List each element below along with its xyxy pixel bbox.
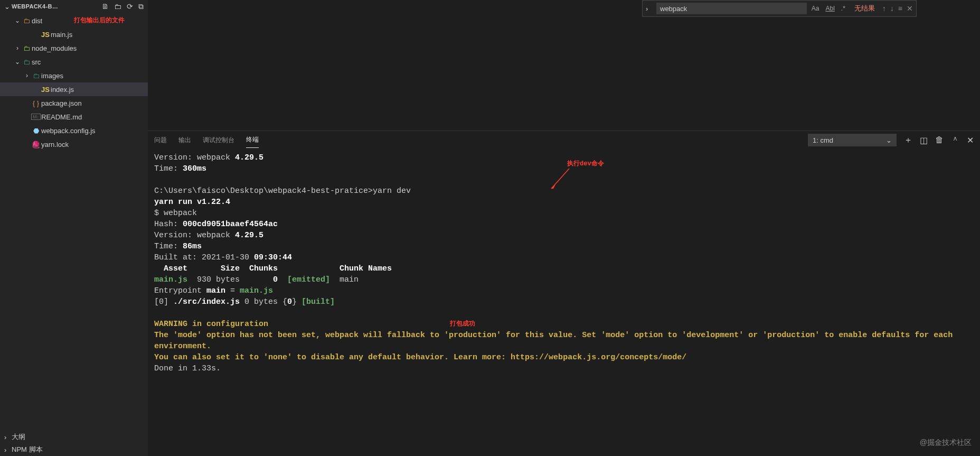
chevron-down-icon: ⌄ bbox=[886, 136, 892, 144]
chevron-right-icon[interactable]: › bbox=[646, 5, 653, 13]
folder-icon: 🗀 bbox=[21, 17, 32, 25]
chevron-right-icon: › bbox=[23, 72, 31, 79]
watermark: @掘金技术社区 bbox=[920, 438, 972, 448]
regex-icon[interactable]: .* bbox=[840, 4, 847, 13]
refresh-icon[interactable]: ⟳ bbox=[127, 2, 133, 11]
json-icon: { } bbox=[31, 99, 41, 107]
chevron-down-icon[interactable]: ⌄ bbox=[4, 3, 12, 11]
main-area: › Aa Abl .* 无结果 ↑ ↓ ≡ ✕ 问题 输出 调试控制台 终端 1… bbox=[148, 0, 980, 456]
panel-tabs: 问题 输出 调试控制台 终端 1: cmd ⌄ ＋ ◫ 🗑 ＾ ✕ bbox=[148, 131, 980, 149]
tab-debug-console[interactable]: 调试控制台 bbox=[203, 133, 234, 148]
js-icon: JS bbox=[40, 31, 51, 39]
prev-match-icon[interactable]: ↑ bbox=[882, 4, 886, 13]
sidebar-bottom: › 大纲 › NPM 脚本 bbox=[0, 431, 148, 456]
terminal-output[interactable]: 执行dev命令 打包成功 Version: webpack 4.29.5 Tim… bbox=[148, 149, 980, 456]
tree-file-package-json[interactable]: { } package.json bbox=[0, 96, 148, 110]
close-icon[interactable]: ✕ bbox=[907, 4, 913, 13]
search-input[interactable] bbox=[656, 3, 807, 14]
kill-terminal-icon[interactable]: 🗑 bbox=[935, 135, 944, 145]
file-tree: 打包输出后的文件 ⌄ 🗀 dist JS main.js › 🗀 node_mo… bbox=[0, 13, 148, 431]
js-icon: JS bbox=[40, 86, 51, 94]
editor-area bbox=[148, 0, 980, 131]
close-panel-icon[interactable]: ✕ bbox=[967, 135, 974, 145]
tree-folder-images[interactable]: › 🗀 images bbox=[0, 69, 148, 82]
panel: 问题 输出 调试控制台 终端 1: cmd ⌄ ＋ ◫ 🗑 ＾ ✕ 执行dev命… bbox=[148, 131, 980, 456]
explorer-header: ⌄ WEBPACK4-B… 🗎 🗀 ⟳ ⧉ bbox=[0, 0, 148, 13]
chevron-right-icon: › bbox=[14, 44, 21, 52]
tree-folder-node-modules[interactable]: › 🗀 node_modules bbox=[0, 41, 148, 55]
terminal-dropdown[interactable]: 1: cmd ⌄ bbox=[808, 134, 897, 146]
folder-icon: 🗀 bbox=[21, 58, 32, 66]
explorer-sidebar: ⌄ WEBPACK4-B… 🗎 🗀 ⟳ ⧉ 打包输出后的文件 ⌄ 🗀 dist … bbox=[0, 0, 148, 456]
tab-problems[interactable]: 问题 bbox=[154, 133, 167, 148]
chevron-down-icon: ⌄ bbox=[14, 58, 21, 66]
md-icon: M↓ bbox=[31, 114, 41, 120]
npm-scripts-section[interactable]: › NPM 脚本 bbox=[0, 443, 148, 456]
search-result-count: 无结果 bbox=[854, 4, 875, 13]
chevron-down-icon: ⌄ bbox=[14, 17, 21, 24]
collapse-all-icon[interactable]: ⧉ bbox=[138, 2, 144, 11]
maximize-icon[interactable]: ＾ bbox=[951, 135, 959, 146]
outline-section[interactable]: › 大纲 bbox=[0, 431, 148, 443]
new-file-icon[interactable]: 🗎 bbox=[101, 2, 109, 11]
tree-folder-src[interactable]: ⌄ 🗀 src bbox=[0, 55, 148, 69]
project-title: WEBPACK4-B… bbox=[12, 3, 101, 10]
new-folder-icon[interactable]: 🗀 bbox=[114, 2, 121, 11]
match-case-icon[interactable]: Aa bbox=[810, 4, 821, 13]
webpack-icon: ⬣ bbox=[31, 127, 41, 135]
tree-file-main-js[interactable]: JS main.js bbox=[0, 27, 148, 41]
arrow-annotation bbox=[549, 167, 570, 191]
tree-folder-dist[interactable]: ⌄ 🗀 dist bbox=[0, 14, 148, 27]
tree-file-readme[interactable]: M↓ README.md bbox=[0, 110, 148, 124]
folder-icon: 🗀 bbox=[31, 72, 41, 80]
chevron-right-icon: › bbox=[4, 433, 12, 441]
split-terminal-icon[interactable]: ◫ bbox=[920, 135, 928, 145]
svg-line-0 bbox=[551, 169, 569, 189]
selection-icon[interactable]: ≡ bbox=[898, 4, 902, 13]
tree-file-webpack-config[interactable]: ⬣ webpack.config.js bbox=[0, 124, 148, 137]
chevron-right-icon: › bbox=[4, 446, 12, 454]
next-match-icon[interactable]: ↓ bbox=[890, 4, 894, 13]
yarn-icon: 🧶 bbox=[31, 141, 41, 148]
whole-word-icon[interactable]: Abl bbox=[824, 4, 836, 13]
find-widget: › Aa Abl .* 无结果 ↑ ↓ ≡ ✕ bbox=[642, 0, 917, 17]
tab-terminal[interactable]: 终端 bbox=[246, 132, 259, 148]
folder-icon: 🗀 bbox=[21, 44, 32, 52]
tab-output[interactable]: 输出 bbox=[178, 133, 191, 148]
tree-file-index-js[interactable]: JS index.js bbox=[0, 82, 148, 96]
tree-file-yarn-lock[interactable]: 🧶 yarn.lock bbox=[0, 137, 148, 151]
new-terminal-icon[interactable]: ＋ bbox=[904, 135, 912, 146]
